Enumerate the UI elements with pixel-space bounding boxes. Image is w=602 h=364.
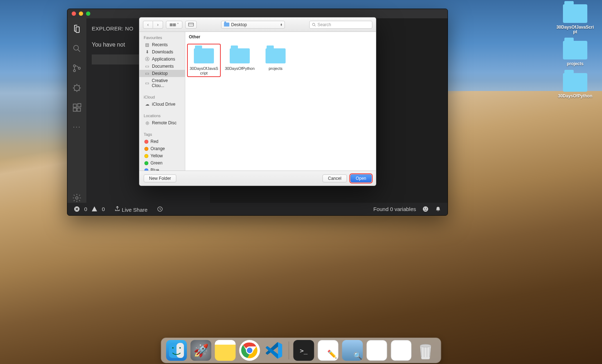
svg-point-9	[76, 197, 78, 199]
folder-icon	[563, 4, 587, 23]
error-icon[interactable]	[74, 206, 80, 212]
dock-divider	[289, 341, 289, 359]
finder-toolbar: ‹ › ▦▦ ˅ Desktop ▴▾ Search	[139, 18, 376, 32]
desktop-folder[interactable]: 30DaysOfJavaScript	[555, 4, 595, 34]
tag-red[interactable]: Red	[139, 138, 185, 145]
desktop-folder[interactable]: 30DaysOfPython	[555, 73, 595, 99]
svg-point-12	[423, 206, 428, 212]
svg-rect-5	[73, 104, 76, 107]
dock-vscode-icon[interactable]	[264, 340, 285, 361]
warning-icon[interactable]	[91, 206, 97, 212]
live-share-button[interactable]: Live Share	[114, 206, 148, 213]
feedback-smiley-icon[interactable]	[422, 206, 429, 212]
folder-icon	[563, 41, 587, 59]
svg-point-4	[74, 85, 80, 91]
clock-icon: ▤	[144, 42, 150, 47]
dock-trash-icon[interactable]	[415, 340, 436, 361]
svg-point-19	[172, 347, 174, 349]
forward-button[interactable]: ›	[153, 21, 163, 29]
close-traffic-light[interactable]	[72, 11, 76, 16]
back-button[interactable]: ‹	[143, 21, 153, 29]
dock-terminal-icon[interactable]: >_	[293, 340, 314, 361]
document-icon: ▭	[144, 64, 150, 69]
dock-textedit-icon[interactable]: ✏️	[318, 340, 339, 361]
minimize-traffic-light[interactable]	[79, 11, 83, 16]
desktop-folder-label: projects	[567, 62, 584, 66]
search-icon[interactable]	[72, 44, 82, 53]
sidebar-item-remote-disc[interactable]: ◎Remote Disc	[139, 119, 185, 126]
location-selector[interactable]: Desktop ▴▾	[221, 21, 285, 29]
dock-minimized-window[interactable]	[391, 340, 412, 361]
tag-dot-icon	[144, 140, 148, 144]
tags-header: Tags	[139, 131, 185, 138]
download-icon: ⬇	[144, 49, 150, 54]
locations-header: Locations	[139, 112, 185, 119]
open-button[interactable]: Open	[350, 174, 372, 182]
finder-content: Other 30DaysOfJavaScript 30DaysOfPython …	[185, 32, 376, 171]
dock-launchpad-icon[interactable]: 🚀	[191, 340, 211, 361]
dock-notes-icon[interactable]	[215, 340, 236, 361]
svg-point-1	[73, 65, 76, 67]
folder-projects[interactable]: projects	[259, 44, 292, 72]
dock-preview-icon[interactable]: 🔍	[342, 340, 363, 361]
sidebar-item-creative-cloud[interactable]: ▭Creative Clou...	[139, 77, 185, 89]
error-count[interactable]: 0	[84, 206, 87, 212]
svg-point-24	[420, 344, 431, 347]
location-label: Desktop	[231, 22, 247, 27]
history-icon[interactable]	[157, 206, 163, 212]
folder-30daysofjavascript[interactable]: 30DaysOfJavaScript	[187, 44, 220, 77]
svg-rect-6	[73, 108, 76, 111]
sidebar-item-downloads[interactable]: ⬇Downloads	[139, 48, 185, 56]
cloud-icon: ☁	[144, 102, 150, 107]
folder-30daysofpython[interactable]: 30DaysOfPython	[223, 44, 256, 72]
activity-bar: ···	[67, 18, 86, 203]
dock-minimized-window[interactable]	[367, 340, 387, 361]
folder-label: 30DaysOfPython	[225, 66, 254, 71]
dock-finder-icon[interactable]	[166, 340, 187, 361]
sidebar-item-icloud-drive[interactable]: ☁iCloud Drive	[139, 101, 185, 108]
cancel-button[interactable]: Cancel	[322, 174, 347, 182]
new-folder-button[interactable]: New Folder	[144, 174, 176, 182]
tag-yellow[interactable]: Yellow	[139, 152, 185, 159]
tag-dot-icon	[144, 154, 148, 158]
sidebar-item-documents[interactable]: ▭Documents	[139, 63, 185, 70]
group-button[interactable]	[185, 21, 197, 29]
disc-icon: ◎	[144, 120, 150, 125]
sidebar-item-applications[interactable]: ⒶApplications	[139, 56, 185, 63]
sidebar-item-desktop[interactable]: ▭Desktop	[139, 70, 185, 77]
settings-gear-icon[interactable]	[72, 193, 82, 203]
folder-icon	[230, 48, 250, 63]
found-variables[interactable]: Found 0 variables	[373, 206, 416, 212]
desktop-folder[interactable]: projects	[555, 41, 595, 66]
share-icon	[114, 206, 120, 212]
warning-count[interactable]: 0	[102, 206, 105, 212]
debug-icon[interactable]	[72, 83, 82, 93]
svg-point-2	[73, 70, 76, 72]
desktop-folder-label: 30DaysOfJavaScript	[555, 25, 595, 34]
svg-rect-15	[188, 23, 194, 26]
folder-icon: ▭	[144, 81, 150, 86]
svg-point-3	[78, 67, 80, 70]
explorer-icon[interactable]	[72, 24, 82, 34]
tag-blue[interactable]: Blue	[139, 167, 185, 171]
source-control-icon[interactable]	[72, 63, 82, 73]
maximize-traffic-light[interactable]	[86, 11, 90, 16]
extensions-icon[interactable]	[72, 103, 82, 112]
tag-orange[interactable]: Orange	[139, 145, 185, 152]
tag-green[interactable]: Green	[139, 159, 185, 167]
folder-icon	[224, 23, 229, 27]
sidebar-item-recents[interactable]: ▤Recents	[139, 41, 185, 48]
desktop-folder-label: 30DaysOfPython	[558, 94, 592, 99]
more-actions-icon[interactable]: ···	[73, 123, 81, 131]
finder-footer: New Folder Cancel Open	[139, 171, 376, 186]
updown-icon: ▴▾	[281, 23, 282, 26]
dock-chrome-icon[interactable]	[239, 340, 260, 361]
finder-sidebar: Favourites ▤Recents ⬇Downloads ⒶApplicat…	[139, 32, 185, 171]
search-field[interactable]: Search	[309, 21, 372, 29]
bell-icon[interactable]	[435, 206, 441, 212]
desktop-icons: 30DaysOfJavaScript projects 30DaysOfPyth…	[555, 4, 595, 99]
dock: 🚀 >_ ✏️ 🔍	[161, 338, 441, 363]
status-bar: 0 0 Live Share Found 0 variables	[67, 203, 448, 215]
view-mode-selector[interactable]: ▦▦ ˅	[166, 21, 182, 29]
svg-rect-8	[78, 104, 81, 107]
